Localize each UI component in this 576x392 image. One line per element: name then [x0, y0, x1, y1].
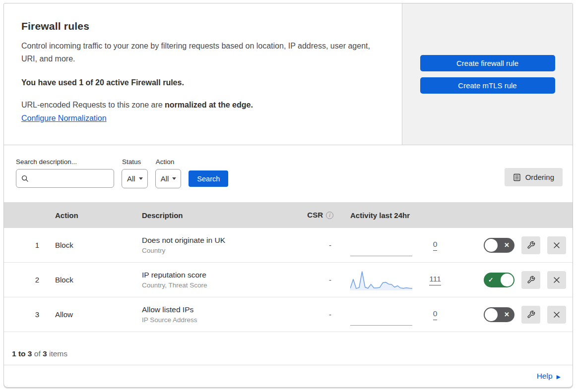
wrench-icon [527, 241, 535, 249]
edit-rule-button[interactable] [521, 306, 540, 324]
pagination-bar: 1 to 3 of 3 items [4, 332, 573, 365]
header-section: Firewall rules Control incoming traffic … [4, 3, 573, 145]
activity-count-cell: 0 [424, 240, 446, 251]
pagination-items: items [49, 349, 67, 358]
toggle-knob [485, 308, 498, 321]
pagination-summary: 1 to 3 of 3 items [12, 349, 67, 358]
action-filter-group: Action All [155, 145, 182, 188]
status-label: Status [122, 158, 148, 166]
x-icon: ✕ [504, 241, 510, 249]
activity-count-cell: 0 [424, 309, 446, 320]
search-input[interactable] [32, 174, 109, 182]
help-label: Help [537, 372, 553, 381]
rule-activity-cell: 0 [336, 304, 458, 326]
help-bar: Help ▶ [4, 365, 573, 387]
rule-priority: 2 [4, 276, 52, 284]
rule-fields: Country [142, 247, 292, 254]
actions-panel: Create firewall rule Create mTLS rule [402, 3, 573, 145]
table-row: 1 Block Does not originate in UK Country… [4, 228, 573, 263]
column-header-action: Action [52, 211, 138, 220]
column-header-activity: Activity last 24hr [336, 211, 458, 220]
activity-count-cell: 111 [424, 275, 446, 285]
activity-count-link[interactable]: 0 [433, 240, 438, 251]
normalization-note: URL-encoded Requests to this zone are no… [21, 101, 382, 110]
rule-action: Block [52, 276, 138, 284]
header-text-block: Firewall rules Control incoming traffic … [4, 3, 402, 145]
rule-controls: ✓ ✕ [458, 236, 573, 254]
rule-controls: ✓ ✕ [458, 271, 573, 289]
rule-fields: Country, Threat Score [142, 281, 292, 289]
ordering-icon [513, 173, 521, 181]
rule-activity-cell: 0 [336, 234, 458, 256]
csr-label: CSR [307, 211, 323, 219]
normalization-bold-text: normalized at the edge. [165, 101, 253, 109]
rule-csr: - [292, 241, 336, 249]
table-header: Action Description CSRi Activity last 24… [4, 202, 573, 228]
activity-sparkline [350, 269, 412, 291]
check-icon: ✓ [488, 276, 493, 283]
search-button[interactable]: Search [189, 170, 228, 187]
search-label: Search description... [16, 158, 114, 166]
action-label: Action [156, 158, 182, 166]
ordering-button[interactable]: Ordering [505, 168, 563, 186]
page-title: Firewall rules [21, 20, 382, 32]
rule-enabled-toggle[interactable]: ✓ ✕ [484, 238, 514, 253]
table-row: 3 Allow Allow listed IPs IP Source Addre… [4, 297, 573, 332]
activity-count-link[interactable]: 111 [429, 275, 441, 285]
chevron-down-icon [172, 177, 176, 180]
rule-description-cell: IP reputation score Country, Threat Scor… [138, 271, 292, 289]
usage-summary: You have used 1 of 20 active Firewall ru… [21, 78, 382, 87]
rule-action: Block [52, 241, 138, 249]
normalization-text: URL-encoded Requests to this zone are [21, 101, 165, 109]
rule-description: Does not originate in UK [142, 236, 292, 245]
close-icon [552, 276, 561, 284]
status-dropdown[interactable]: All [122, 169, 148, 188]
rule-description: Allow listed IPs [142, 305, 292, 314]
delete-rule-button[interactable] [547, 271, 566, 289]
edit-rule-button[interactable] [521, 271, 540, 289]
close-icon [552, 310, 561, 319]
column-header-csr: CSRi [292, 211, 336, 220]
rule-controls: ✓ ✕ [458, 306, 573, 324]
delete-rule-button[interactable] [547, 236, 566, 254]
info-icon[interactable]: i [326, 212, 333, 219]
configure-normalization-link[interactable]: Configure Normalization [21, 114, 107, 122]
pagination-of: of [34, 349, 41, 358]
activity-sparkline [350, 234, 412, 256]
toggle-knob [485, 239, 498, 252]
edit-rule-button[interactable] [521, 236, 540, 254]
rule-action: Allow [52, 310, 138, 319]
filter-bar: Search description... Status All Action … [4, 145, 573, 202]
status-filter-group: Status All [122, 145, 148, 188]
pagination-range: 1 to 3 [12, 349, 32, 358]
firewall-rules-panel: Firewall rules Control incoming traffic … [3, 3, 573, 388]
chevron-down-icon [139, 177, 143, 180]
rule-fields: IP Source Address [142, 316, 292, 324]
toggle-knob [501, 274, 513, 286]
search-icon [21, 175, 29, 182]
pagination-total: 3 [43, 349, 47, 358]
create-mtls-rule-button[interactable]: Create mTLS rule [420, 77, 555, 94]
help-arrow-icon: ▶ [557, 374, 561, 380]
action-dropdown-value: All [161, 174, 169, 183]
activity-count-link[interactable]: 0 [433, 309, 438, 320]
rule-enabled-toggle[interactable]: ✓ ✕ [484, 307, 514, 322]
wrench-icon [527, 310, 535, 319]
rule-description: IP reputation score [142, 271, 292, 280]
wrench-icon [527, 276, 535, 284]
activity-sparkline [350, 304, 412, 326]
rule-csr: - [292, 276, 336, 284]
rule-activity-cell: 111 [336, 269, 458, 291]
action-dropdown[interactable]: All [155, 169, 182, 188]
rule-csr: - [292, 310, 336, 319]
search-group: Search description... [16, 145, 114, 188]
page-description: Control incoming traffic to your zone by… [21, 40, 376, 65]
rule-enabled-toggle[interactable]: ✓ ✕ [484, 273, 514, 287]
rule-priority: 3 [4, 310, 52, 319]
help-link[interactable]: Help ▶ [537, 372, 561, 381]
status-dropdown-value: All [127, 174, 135, 183]
close-icon [552, 241, 561, 250]
create-firewall-rule-button[interactable]: Create firewall rule [420, 55, 555, 71]
x-icon: ✕ [504, 311, 510, 318]
delete-rule-button[interactable] [547, 306, 566, 324]
